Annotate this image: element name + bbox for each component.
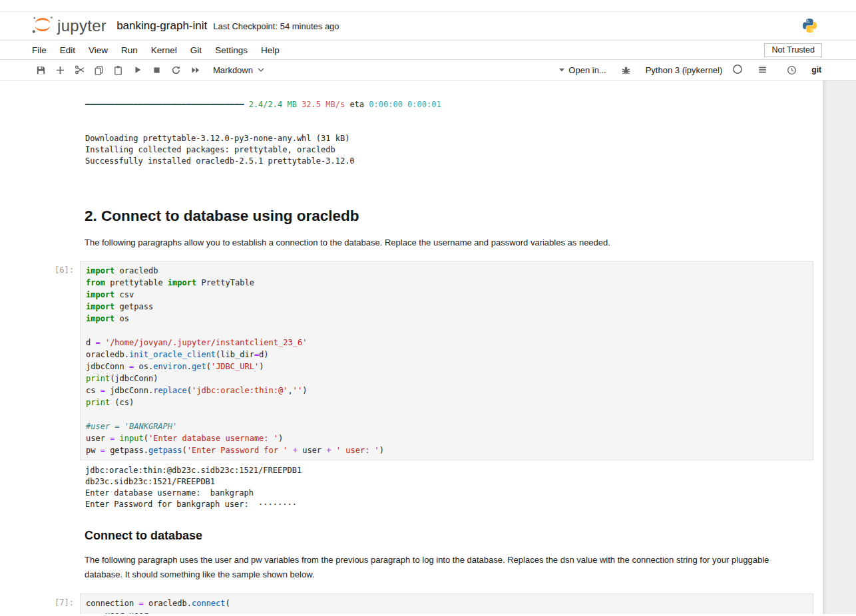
cell-6-output: jdbc:oracle:thin:@db23c.sidb23c:1521/FRE… — [0, 465, 823, 510]
caret-down-icon — [559, 69, 564, 72]
python-kernel-logo-icon — [802, 18, 817, 36]
menu-view[interactable]: View — [82, 45, 114, 55]
restart-kernel-button[interactable] — [166, 65, 186, 75]
kernel-name[interactable]: Python 3 (ipykernel) — [646, 65, 723, 75]
debugger-button[interactable] — [616, 65, 636, 75]
chevron-down-icon — [258, 68, 264, 73]
subsection-heading: Connect to database — [85, 528, 823, 543]
jupyter-logo-icon — [31, 15, 54, 37]
menu-kernel[interactable]: Kernel — [144, 45, 184, 55]
pip-output-lines: Downloading prettytable-3.12.0-py3-none-… — [85, 133, 823, 167]
save-icon — [36, 65, 46, 75]
cell-prompt: [7]: — [0, 593, 80, 614]
open-in-label: Open in... — [568, 65, 606, 75]
menu-settings[interactable]: Settings — [208, 45, 254, 55]
code-cell-7: [7]: connection = oracledb.connect( user… — [0, 593, 823, 614]
cut-cell-button[interactable] — [70, 65, 89, 75]
cell-type-value: Markdown — [213, 65, 253, 75]
cell-type-dropdown[interactable]: Markdown — [213, 65, 264, 75]
cell-prompt: [6]: — [0, 261, 80, 460]
interrupt-kernel-button[interactable] — [147, 66, 166, 75]
restart-run-all-button[interactable] — [186, 65, 205, 75]
stop-icon — [152, 66, 161, 75]
toolbar: Markdown Open in... Python 3 (ipy — [0, 60, 856, 80]
menu-help[interactable]: Help — [254, 45, 286, 55]
code-cell-6: [6]: import oracledbfrom prettytable imp… — [0, 261, 823, 460]
notebook-menu-toggle[interactable] — [753, 65, 772, 75]
git-badge: git — [811, 65, 821, 75]
section-paragraph: The following paragraphs allow you to es… — [85, 237, 823, 248]
jupyter-logo-text: jupyter — [57, 17, 107, 35]
code-editor-7[interactable]: connection = oracledb.connect( user=user… — [80, 593, 813, 614]
section-heading: 2. Connect to database using oracledb — [85, 206, 823, 226]
notebook-panel: ━━━━━━━━━━━━━━━━━━━━━━━━━━━━━━━━━ 2.4/2.… — [0, 80, 856, 614]
header: jupyter banking-graph-init Last Checkpoi… — [0, 12, 856, 41]
open-in-dropdown[interactable]: Open in... — [559, 65, 606, 75]
history-clock-icon — [787, 65, 797, 75]
hamburger-icon — [757, 65, 767, 75]
code-editor-6[interactable]: import oracledbfrom prettytable import P… — [80, 261, 813, 460]
restart-icon — [171, 65, 181, 75]
progress-bar: ━━━━━━━━━━━━━━━━━━━━━━━━━━━━━━━━━ — [85, 100, 244, 109]
menubar: File Edit View Run Kernel Git Settings H… — [0, 41, 856, 60]
bug-icon — [621, 65, 631, 75]
copy-icon — [94, 65, 104, 75]
kernel-status-icon — [732, 64, 743, 77]
menu-git[interactable]: Git — [184, 45, 208, 55]
copy-cell-button[interactable] — [89, 65, 108, 75]
add-cell-button[interactable] — [51, 65, 70, 75]
paste-icon — [113, 65, 123, 75]
menu-run[interactable]: Run — [114, 45, 144, 55]
save-button[interactable] — [31, 65, 51, 75]
menu-edit[interactable]: Edit — [53, 45, 82, 55]
checkpoint-status: Last Checkpoint: 54 minutes ago — [213, 21, 339, 31]
pip-progress-line: ━━━━━━━━━━━━━━━━━━━━━━━━━━━━━━━━━ 2.4/2.… — [85, 99, 823, 110]
jupyter-logo[interactable]: jupyter — [31, 15, 107, 37]
toolbar-right: Open in... Python 3 (ipykernel) — [559, 64, 821, 77]
menu-file[interactable]: File — [25, 45, 53, 55]
add-cell-icon — [55, 65, 65, 75]
run-icon — [133, 65, 142, 75]
top-panel — [0, 0, 856, 12]
pip-install-output: ━━━━━━━━━━━━━━━━━━━━━━━━━━━━━━━━━ 2.4/2.… — [0, 80, 823, 190]
notebook-title[interactable]: banking-graph-init — [116, 19, 207, 33]
fast-forward-icon — [190, 65, 200, 75]
cut-icon — [75, 65, 85, 75]
execution-history-button[interactable] — [782, 65, 801, 75]
trust-badge[interactable]: Not Trusted — [764, 43, 822, 57]
notebook-scroll-area: ━━━━━━━━━━━━━━━━━━━━━━━━━━━━━━━━━ 2.4/2.… — [0, 80, 823, 614]
run-cell-button[interactable] — [128, 65, 147, 75]
notebook-scrollbar[interactable] — [823, 80, 856, 614]
jupyter-app: jupyter banking-graph-init Last Checkpoi… — [0, 0, 856, 614]
subsection-paragraph: The following paragraph uses the user an… — [85, 553, 782, 582]
paste-cell-button[interactable] — [108, 65, 128, 75]
